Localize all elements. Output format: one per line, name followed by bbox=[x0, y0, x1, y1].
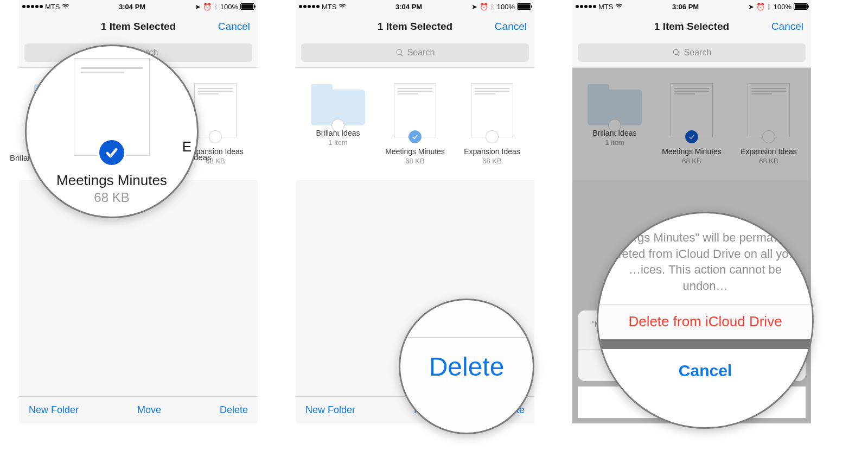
magnifier-callout-delete: Delete bbox=[399, 299, 534, 434]
signal-dots-icon bbox=[22, 5, 43, 8]
item-name: Meetings Minutes bbox=[657, 147, 726, 156]
nav-title: 1 Item Selected bbox=[378, 21, 452, 33]
nav-bar: 1 Item Selected Cancel bbox=[19, 13, 258, 40]
wifi-icon bbox=[615, 2, 623, 11]
magnifier-callout-selected-item: Meetings Minutes 68 KB E bbox=[25, 45, 199, 218]
nav-bar: 1 Item Selected Cancel bbox=[296, 13, 534, 40]
file-item-folder[interactable]: Brillant Ideas 1 item bbox=[580, 83, 649, 165]
item-sub: 1 item bbox=[580, 138, 649, 147]
item-sub: 68 KB bbox=[657, 157, 726, 165]
signal-dots-icon bbox=[299, 5, 320, 8]
battery-icon bbox=[794, 3, 808, 10]
item-name: Expansion Ideas bbox=[734, 147, 803, 156]
document-icon bbox=[394, 83, 436, 137]
signal-dots-icon bbox=[576, 5, 596, 8]
truncated-label: deas bbox=[194, 153, 212, 162]
nav-bar: 1 Item Selected Cancel bbox=[572, 13, 811, 40]
bluetooth-icon: ᛒ bbox=[490, 3, 495, 10]
nav-title: 1 Item Selected bbox=[654, 21, 729, 33]
bottom-toolbar: New Folder Move Delete bbox=[19, 396, 258, 423]
alarm-icon: ⏰ bbox=[203, 3, 212, 10]
search-input[interactable]: Search bbox=[301, 43, 529, 62]
new-folder-button[interactable]: New Folder bbox=[305, 404, 355, 416]
item-sub: 68 KB bbox=[380, 157, 450, 165]
search-icon bbox=[672, 48, 681, 57]
selection-circle[interactable] bbox=[762, 130, 775, 143]
search-placeholder: Search bbox=[684, 48, 712, 58]
magnified-cancel-button[interactable]: Cancel bbox=[598, 349, 812, 392]
battery-pct: 100% bbox=[220, 3, 238, 11]
location-icon: ➤ bbox=[471, 3, 477, 10]
item-sub: 1 item bbox=[303, 138, 373, 147]
search-placeholder: Search bbox=[407, 48, 435, 58]
file-item-doc[interactable]: Expansion Ideas 68 KB bbox=[734, 83, 803, 165]
status-time: 3:04 PM bbox=[395, 3, 422, 11]
folder-icon bbox=[588, 90, 642, 125]
item-name: Expansion Ideas bbox=[457, 147, 527, 156]
magnified-item-sub: 68 KB bbox=[94, 190, 129, 205]
battery-icon bbox=[517, 3, 531, 10]
search-icon bbox=[395, 48, 404, 57]
carrier-label: MTS bbox=[322, 3, 336, 11]
magnified-delete-from-icloud-button[interactable]: Delete from iCloud Drive bbox=[598, 305, 812, 339]
bluetooth-icon: ᛒ bbox=[767, 3, 771, 10]
battery-pct: 100% bbox=[497, 3, 515, 11]
selection-circle[interactable] bbox=[209, 130, 222, 143]
search-input[interactable]: Search bbox=[578, 43, 806, 62]
status-time: 3:06 PM bbox=[672, 3, 699, 11]
magnified-check-icon bbox=[97, 138, 126, 167]
item-name: Meetings Minutes bbox=[380, 147, 450, 156]
delete-button[interactable]: Delete bbox=[220, 404, 248, 416]
item-sub: 68 KB bbox=[734, 157, 803, 165]
truncated-right-frag: E bbox=[182, 138, 192, 155]
file-grid: Brillant Ideas 1 item Meetings Minutes 6… bbox=[296, 68, 534, 180]
battery-pct: 100% bbox=[774, 3, 792, 11]
search-bar-container: Search bbox=[296, 40, 534, 68]
carrier-label: MTS bbox=[45, 3, 60, 11]
status-bar: MTS 3:04 PM ➤ ⏰ ᛒ 100% bbox=[296, 0, 534, 13]
selection-circle[interactable] bbox=[608, 119, 621, 132]
selection-circle-checked[interactable] bbox=[409, 130, 422, 143]
location-icon: ➤ bbox=[748, 3, 754, 10]
folder-icon bbox=[311, 90, 365, 125]
battery-icon bbox=[240, 3, 254, 10]
document-icon bbox=[748, 83, 790, 137]
document-icon bbox=[194, 83, 237, 137]
move-button[interactable]: Move bbox=[137, 404, 161, 416]
status-bar: MTS 3:04 PM ➤ ⏰ ᛒ 100% bbox=[19, 0, 258, 13]
file-grid: Brillant Ideas 1 item Meetings Minutes 6… bbox=[572, 68, 811, 180]
item-sub: 68 KB bbox=[457, 157, 527, 165]
status-time: 3:04 PM bbox=[119, 3, 145, 11]
status-bar: MTS 3:06 PM ➤ ⏰ ᛒ 100% bbox=[572, 0, 811, 13]
alarm-icon: ⏰ bbox=[480, 3, 488, 10]
file-item-doc[interactable]: Expansion Ideas 68 KB bbox=[457, 83, 527, 165]
document-icon bbox=[671, 83, 713, 137]
location-icon: ➤ bbox=[195, 3, 201, 10]
selection-circle[interactable] bbox=[486, 130, 499, 143]
magnifier-callout-action-sheet: …gs Minutes" will be perma… …eted from i… bbox=[597, 212, 814, 429]
selection-circle-checked[interactable] bbox=[685, 130, 698, 143]
alarm-icon: ⏰ bbox=[756, 3, 765, 10]
nav-cancel-button[interactable]: Cancel bbox=[218, 21, 250, 33]
new-folder-button[interactable]: New Folder bbox=[29, 404, 79, 416]
document-icon bbox=[471, 83, 513, 137]
file-item-doc-selected[interactable]: Meetings Minutes 68 KB bbox=[380, 83, 450, 165]
file-item-folder[interactable]: Brillant Ideas 1 item bbox=[303, 83, 373, 165]
magnified-document-icon bbox=[74, 58, 150, 156]
file-item-doc-selected[interactable]: Meetings Minutes 68 KB bbox=[657, 83, 726, 165]
carrier-label: MTS bbox=[598, 3, 613, 11]
magnified-divider bbox=[400, 337, 533, 338]
nav-title: 1 Item Selected bbox=[101, 21, 176, 33]
selection-circle[interactable] bbox=[331, 119, 344, 132]
wifi-icon bbox=[62, 2, 69, 11]
magnified-item-name: Meetings Minutes bbox=[56, 172, 167, 189]
wifi-icon bbox=[339, 2, 346, 11]
nav-cancel-button[interactable]: Cancel bbox=[495, 21, 527, 33]
bluetooth-icon: ᛒ bbox=[214, 3, 218, 10]
search-bar-container: Search bbox=[572, 40, 811, 68]
magnified-delete-label[interactable]: Delete bbox=[429, 352, 505, 382]
nav-cancel-button[interactable]: Cancel bbox=[771, 21, 803, 33]
